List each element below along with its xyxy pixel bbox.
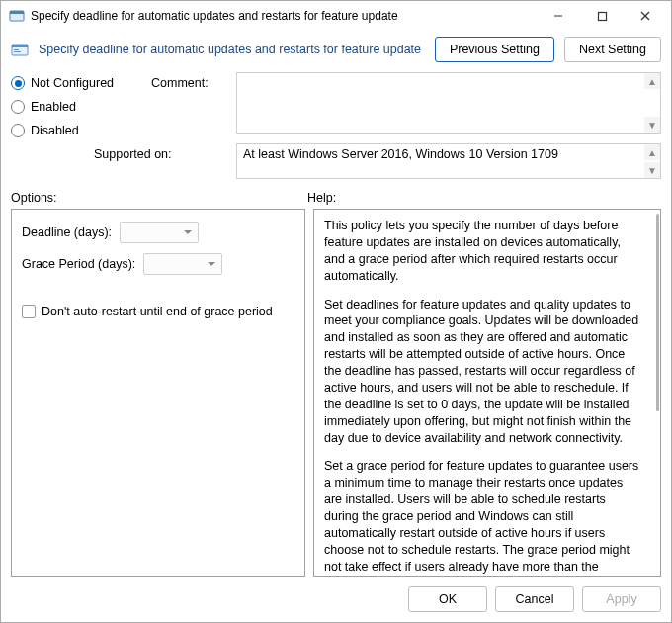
comment-textarea[interactable]: ▲ ▼ [236, 72, 661, 134]
radio-icon [11, 124, 25, 137]
header-row: Specify deadline for automatic updates a… [1, 31, 671, 72]
window-titlebar: Specify deadline for automatic updates a… [1, 1, 671, 31]
state-radio-group: Not Configured Enabled Disabled [11, 72, 141, 179]
window-title: Specify deadline for automatic updates a… [31, 9, 537, 23]
fields-column: Comment: ▲ ▼ Supported on: At least Wind… [151, 72, 661, 179]
scrollbar-thumb-icon[interactable] [656, 214, 659, 411]
radio-disabled[interactable]: Disabled [11, 124, 141, 137]
supported-on-field: At least Windows Server 2016, Windows 10… [236, 143, 661, 179]
policy-icon [11, 41, 29, 58]
grace-field-row: Grace Period (days): [22, 253, 294, 275]
radio-not-configured[interactable]: Not Configured [11, 76, 141, 90]
supported-on-label: Supported on: [94, 143, 230, 161]
auto-restart-checkbox-row[interactable]: Don't auto-restart until end of grace pe… [22, 305, 294, 318]
upper-config-area: Not Configured Enabled Disabled Comment:… [1, 72, 671, 185]
comment-label: Comment: [151, 72, 230, 134]
ok-button[interactable]: OK [408, 586, 487, 612]
svg-rect-1 [10, 11, 24, 14]
apply-button[interactable]: Apply [582, 586, 661, 612]
cancel-button[interactable]: Cancel [495, 586, 574, 612]
next-setting-button[interactable]: Next Setting [564, 37, 661, 62]
dialog-button-row: OK Cancel Apply [1, 577, 671, 622]
radio-enabled[interactable]: Enabled [11, 100, 141, 114]
options-panel: Deadline (days): Grace Period (days): Do… [11, 209, 305, 577]
deadline-combo[interactable] [120, 222, 199, 243]
radio-label: Not Configured [31, 76, 114, 90]
previous-setting-button[interactable]: Previous Setting [435, 37, 554, 62]
scroll-up-icon[interactable]: ▲ [644, 144, 660, 160]
svg-rect-9 [14, 51, 21, 52]
radio-label: Disabled [31, 124, 79, 137]
radio-icon [11, 100, 25, 114]
section-labels-row: Options: Help: [1, 185, 671, 209]
help-paragraph: This policy lets you specify the number … [324, 218, 640, 285]
supported-on-value: At least Windows Server 2016, Windows 10… [237, 144, 576, 164]
help-scrollbar[interactable] [654, 210, 660, 576]
grace-combo[interactable] [143, 253, 222, 275]
checkbox-icon [22, 305, 36, 318]
radio-icon [11, 76, 25, 90]
options-section-label: Options: [11, 191, 307, 205]
help-section-label: Help: [307, 191, 661, 205]
help-paragraph: Set deadlines for feature updates and qu… [324, 297, 640, 447]
help-panel: This policy lets you specify the number … [313, 209, 661, 577]
grace-label: Grace Period (days): [22, 257, 135, 271]
svg-rect-7 [12, 44, 28, 47]
maximize-button[interactable] [580, 1, 624, 31]
radio-label: Enabled [31, 100, 76, 114]
policy-title: Specify deadline for automatic updates a… [39, 43, 425, 56]
deadline-field-row: Deadline (days): [22, 222, 294, 243]
close-button[interactable] [624, 1, 667, 31]
auto-restart-checkbox-label: Don't auto-restart until end of grace pe… [42, 305, 273, 318]
minimize-button[interactable] [537, 1, 580, 31]
scroll-up-icon[interactable]: ▲ [644, 73, 660, 89]
panels-row: Deadline (days): Grace Period (days): Do… [1, 209, 671, 577]
svg-rect-3 [598, 12, 606, 20]
svg-rect-8 [14, 49, 19, 50]
scroll-down-icon[interactable]: ▼ [644, 162, 660, 178]
scroll-down-icon[interactable]: ▼ [644, 117, 660, 133]
help-paragraph: Set a grace period for feature updates t… [324, 458, 640, 576]
app-icon [9, 8, 25, 24]
help-text: This policy lets you specify the number … [314, 210, 660, 576]
deadline-label: Deadline (days): [22, 225, 112, 239]
